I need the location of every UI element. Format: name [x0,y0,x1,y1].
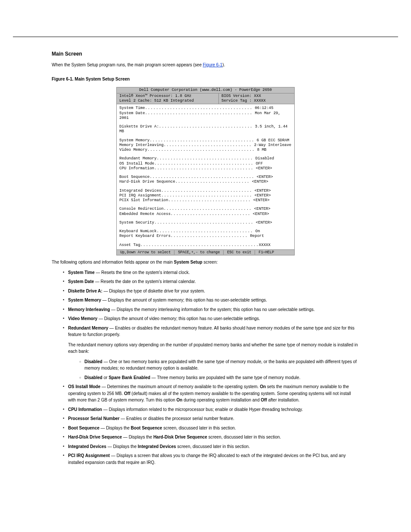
option-item: Boot Sequence — Displays the Boot Sequen… [52,425,359,432]
bios-info-left: Intel® Xeon™ Processor: 1.8 GHz Level 2 … [117,93,219,104]
bios-row: Console Redirection ....................… [119,207,292,212]
bios-row: System Memory ..........................… [119,138,292,143]
options-intro: The following options and information fi… [52,259,359,266]
option-item: Integrated Devices — Displays the Integr… [52,443,359,450]
bios-footer: Up,Down Arrow to select SPACE,+,- to cha… [116,249,295,256]
bios-info-right: BIOS Version: XXX Service Tag : XXXXX [219,93,268,104]
options-list: System Time — Resets the time on the sys… [52,269,359,338]
bios-main: System Time ............................… [116,104,295,249]
paragraph-intro: When the System Setup program runs, the … [52,62,359,68]
option-item: System Date — Resets the date on the sys… [52,278,359,285]
bios-row: System Security ........................… [119,221,292,225]
bios-row: Report Keyboard Errors .................… [119,234,292,239]
redundant-option: Disabled — One or two memory banks are p… [68,358,359,372]
bios-row: CPU Information ........................… [119,166,292,171]
option-item: CPU Information — Displays information r… [52,406,359,413]
option-item: PCI IRQ Assignment — Displays a screen t… [52,452,359,466]
bios-row: Keyboard NumLock .......................… [119,229,292,234]
option-item: Processor Serial Number — Enables or dis… [52,415,359,422]
redundant-memory-intro: The redundant memory options vary depend… [52,342,359,355]
section-heading-main-screen: Main Screen [52,50,359,58]
option-item: Hard-Disk Drive Sequence — Displays the … [52,434,359,441]
option-item: System Memory — Displays the amount of s… [52,297,359,304]
bios-row: System Time ............................… [119,106,292,111]
bios-row: Memory Interleaving ....................… [119,143,292,148]
options-list-2: OS Install Mode — Determines the maximum… [52,383,359,466]
redundant-sublist: Disabled — One or two memory banks are p… [52,358,359,381]
bios-title: Dell Computer Corporation (www.dell.com)… [116,87,295,93]
option-item: OS Install Mode — Determines the maximum… [52,383,359,404]
option-item: Diskette Drive A: — Displays the type of… [52,288,359,295]
link-figure-ref[interactable]: Figure 6-1 [203,62,223,67]
bios-row: OS Install Mode ........................… [119,162,292,166]
option-item: System Time — Resets the time on the sys… [52,269,359,276]
bios-screen: Dell Computer Corporation (www.dell.com)… [116,87,295,256]
bios-row: Video Memory ...........................… [119,148,292,152]
bios-row: Asset Tag ..............................… [119,243,292,248]
option-item: Video Memory — Displays the amount of vi… [52,315,359,322]
bios-row: Redundant Memory .......................… [119,156,292,161]
figure-label: Figure 6-1. Main System Setup Screen [52,76,359,83]
bios-row: System Date ............................… [119,111,292,121]
bios-row: Hard-Disk Drive Sequence ...............… [119,180,292,184]
bios-info-bar: Intel® Xeon™ Processor: 1.8 GHz Level 2 … [116,93,295,105]
bios-row: Embedded Remote Access .................… [119,212,292,217]
option-item: Memory Interleaving — Displays the memor… [52,306,359,313]
bios-row: PCI IRQ Assignment .....................… [119,193,292,198]
bios-row: Boot Sequence ..........................… [119,175,292,180]
bios-row: Integrated Devices .....................… [119,189,292,193]
bios-row: PCIX Slot Information ..................… [119,198,292,203]
bios-row: Diskette Drive A: ......................… [119,124,292,134]
redundant-option: Disabled or Spare Bank Enabled — Three m… [68,374,359,381]
option-item: Redundant Memory — Enables or disables t… [52,325,359,338]
